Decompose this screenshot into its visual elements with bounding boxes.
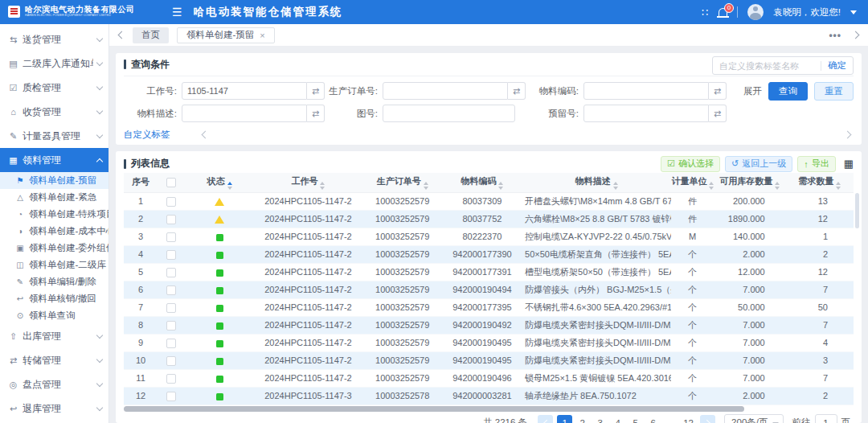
row-checkbox[interactable] [166, 303, 176, 313]
page-number-button[interactable]: 3 [592, 415, 608, 423]
reset-button[interactable]: 重置 [814, 82, 854, 101]
field-input[interactable] [583, 105, 709, 122]
user-menu-caret-icon[interactable] [850, 10, 857, 14]
column-settings-icon[interactable]: ▦ [844, 158, 854, 170]
column-header[interactable]: 生产订单号 [362, 173, 443, 192]
sort-icon[interactable] [709, 182, 713, 190]
column-header[interactable]: 计量单位 [671, 173, 713, 192]
tag-scroll-left-icon[interactable] [201, 131, 209, 139]
sidebar-subitem[interactable]: ▣领料单创建-委外组件 [0, 240, 108, 257]
filter-addon-icon[interactable]: ⇄ [709, 105, 727, 122]
field-input[interactable] [383, 105, 515, 122]
sort-icon[interactable] [498, 182, 503, 190]
row-checkbox[interactable] [166, 215, 176, 224]
search-button[interactable]: 查询 [768, 82, 808, 101]
sidebar-item[interactable]: ☑质检管理 [0, 76, 108, 100]
notification-bell-icon[interactable]: 0 [719, 8, 727, 16]
column-header[interactable]: 状态 [185, 173, 254, 192]
horizontal-scrollbar[interactable] [124, 406, 744, 412]
sidebar-subitem[interactable]: ⚑领料单创建-预留 [0, 172, 108, 189]
column-header[interactable]: 物料编码 [443, 173, 522, 192]
sidebar-item[interactable]: ▤二级库入库通知单 [0, 51, 108, 76]
table-row[interactable]: 42024HPC1105-1147-2100032525799420001773… [124, 245, 854, 263]
row-checkbox[interactable] [166, 250, 176, 260]
row-checkbox[interactable] [166, 285, 176, 295]
tag-confirm-button[interactable]: 确定 [828, 60, 846, 72]
sort-icon[interactable] [227, 182, 232, 190]
fullscreen-icon[interactable]: ∷ [702, 6, 709, 18]
field-input[interactable] [383, 82, 508, 100]
page-number-button[interactable]: 6 [645, 415, 661, 423]
sort-icon[interactable] [836, 182, 841, 190]
sort-icon[interactable] [320, 182, 325, 190]
sidebar-item[interactable]: ⇆送货管理 [0, 27, 108, 51]
jump-page-input[interactable]: 1 [815, 414, 837, 423]
sidebar-subitem[interactable]: ◫领料单创建-二级库 [0, 257, 108, 273]
sidebar-subitem[interactable]: ↩领料单核销/撤回 [0, 290, 108, 307]
tab-close-icon[interactable]: × [260, 31, 264, 40]
row-checkbox[interactable] [166, 356, 176, 366]
column-header[interactable]: 物料描述 [522, 173, 671, 192]
sidebar-item[interactable]: ▦领料管理 [0, 148, 108, 172]
tab-scroll-right-icon[interactable] [852, 31, 860, 39]
sidebar-subitem[interactable]: ◔领料单创建-特殊项目 [0, 206, 108, 223]
row-checkbox[interactable] [166, 321, 176, 331]
column-header[interactable]: 工作号 [254, 173, 362, 192]
tab-more-icon[interactable]: ••• [829, 30, 841, 41]
page-number-button[interactable]: 1 [557, 415, 572, 423]
filter-addon-icon[interactable]: ⇄ [709, 82, 727, 100]
page-number-button[interactable]: 12 [681, 415, 696, 423]
sidebar-item[interactable]: ⇧出库管理 [0, 324, 108, 348]
sort-icon[interactable] [424, 182, 428, 190]
page-size-select[interactable]: 200条/页 [724, 414, 783, 423]
filter-addon-icon[interactable]: ⇄ [307, 82, 325, 100]
table-row[interactable]: 102024HPC1105-1147-210003252579942000190… [124, 351, 854, 369]
sidebar-item[interactable]: ⌂收货管理 [0, 100, 108, 124]
column-header[interactable]: 可用库存数量 [714, 173, 786, 192]
row-checkbox[interactable] [166, 197, 176, 207]
custom-tag-link[interactable]: 自定义标签 [124, 129, 170, 141]
filter-addon-icon[interactable]: ⇄ [508, 82, 526, 100]
sidebar-subitem[interactable]: ◑领料单创建-成本中心 [0, 223, 108, 240]
sidebar-subitem[interactable]: △领料单创建-紧急 [0, 189, 108, 206]
sidebar-subitem[interactable]: ✎领料单编辑/删除 [0, 273, 108, 290]
sidebar-subitem[interactable]: ⊙领料单查询 [0, 307, 108, 324]
page-number-button[interactable]: 4 [610, 415, 625, 423]
page-number-button[interactable]: 5 [628, 415, 643, 423]
field-input[interactable] [182, 82, 307, 100]
table-row[interactable]: 52024HPC1105-1147-2100032525799420001773… [124, 263, 854, 281]
table-row[interactable]: 62024HPC1105-1147-2100032525799420001904… [124, 281, 854, 298]
back-level-button[interactable]: ↺返回上一级 [725, 156, 792, 172]
row-checkbox[interactable] [166, 339, 176, 348]
row-checkbox[interactable] [166, 232, 176, 242]
page-number-button[interactable]: 2 [575, 415, 590, 423]
select-all-checkbox[interactable] [166, 178, 176, 187]
custom-tag-name-input[interactable] [719, 61, 814, 71]
prev-page-button[interactable] [538, 415, 553, 423]
tab-home[interactable]: 首页 [133, 27, 169, 43]
sidebar-item[interactable]: ✎计量器具管理 [0, 124, 108, 148]
sidebar-item[interactable]: ⇄转储管理 [0, 348, 108, 372]
next-page-button[interactable] [700, 415, 715, 423]
column-header[interactable]: 需求数量 [786, 173, 854, 192]
filter-addon-icon[interactable]: ⇄ [307, 105, 325, 122]
sort-icon[interactable] [775, 182, 780, 190]
vertical-scrollbar[interactable] [855, 193, 859, 228]
field-input[interactable] [182, 105, 307, 122]
confirm-select-button[interactable]: ☑确认选择 [661, 156, 720, 172]
table-row[interactable]: 22024HPC1105-1147-21000325257980037752六角… [124, 210, 854, 228]
table-row[interactable]: 12024HPC1105-1147-21000325257980037309开槽… [124, 192, 854, 210]
table-row[interactable]: 82024HPC1105-1147-2100032525799420001904… [124, 316, 854, 334]
table-row[interactable]: 112024HPC1105-1147-210003252579942000190… [124, 369, 854, 387]
menu-fold-icon[interactable]: ☰ [172, 6, 182, 18]
table-row[interactable]: 72024HPC1105-1147-2100032525799420001773… [124, 298, 854, 316]
tag-scroll-right-icon[interactable] [844, 131, 852, 139]
table-row[interactable]: 122024HPC1105-1147-310003252578942000003… [124, 387, 854, 405]
tab-requisition-reserve[interactable]: 领料单创建-预留 × [177, 27, 275, 43]
row-checkbox[interactable] [166, 374, 176, 384]
sidebar-item[interactable]: ◎盘点管理 [0, 372, 108, 396]
field-input[interactable] [583, 82, 709, 100]
avatar[interactable] [747, 4, 764, 20]
table-row[interactable]: 32024HPC1105-1147-21000325257980222370控制… [124, 228, 854, 245]
export-button[interactable]: ↑导出 [797, 156, 836, 172]
